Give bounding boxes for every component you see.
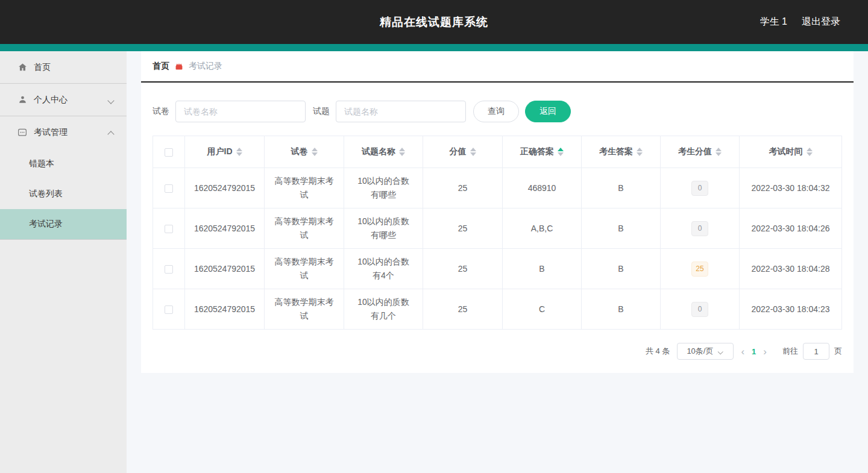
row-checkbox[interactable] [165,184,173,193]
goto-page-input[interactable] [803,343,829,360]
page-size-value: 10条/页 [687,346,713,357]
column-header-correct-answer[interactable]: 正确答案 [503,136,582,168]
row-checkbox[interactable] [165,225,173,233]
cell-paper: 高等数学期末考试 [265,289,344,330]
sidebar-item-exam-records[interactable]: 考试记录 [0,209,127,239]
sort-carets-icon [715,148,722,156]
message-icon [17,127,28,138]
pagination: 共 4 条 10条/页 ‹ 1 › 前往 页 [141,330,854,361]
cell-paper: 高等数学期末考试 [265,208,344,249]
cell-exam-time: 2022-03-30 18:04:23 [740,289,842,330]
app-header: 精品在线试题库系统 学生 1 退出登录 [0,0,868,44]
cell-exam-time: 2022-03-30 18:04:28 [740,249,842,289]
page-size-select[interactable]: 10条/页 [677,343,734,360]
goto-label: 前往 [782,346,798,357]
home-icon [17,62,28,73]
search-button[interactable]: 查询 [473,101,519,122]
breadcrumb: 首页 考试记录 [141,51,854,83]
cell-correct-answer: C [503,289,582,330]
pagination-total: 共 4 条 [646,346,670,357]
student-score-badge: 0 [691,181,708,196]
header-right: 学生 1 退出登录 [760,0,840,44]
select-all-header[interactable] [153,136,185,168]
column-header-student-score[interactable]: 考生分值 [661,136,740,168]
cell-user-id: 1620524792015 [185,208,265,249]
breadcrumb-current: 考试记录 [189,61,222,72]
cell-user-id: 1620524792015 [185,249,265,289]
sort-carets-icon [236,148,242,156]
table-row: 1620524792015 高等数学期末考试 10以内的合数有哪些 25 468… [153,168,842,208]
cell-correct-answer: A,B,C [503,208,582,249]
cell-exam-time: 2022-03-30 18:04:26 [740,208,842,249]
sidebar-subitem-label: 错题本 [29,158,54,169]
sidebar-item-exam-management[interactable]: 考试管理 [0,116,127,149]
student-score-badge: 25 [691,262,708,277]
column-header-student-answer[interactable]: 考生答案 [582,136,661,168]
table-header-row: 用户ID 试卷 试题名称 分值 正确答案 考生答案 考生分值 考试时间 [153,136,842,168]
goto-suffix: 页 [834,346,842,357]
sort-carets-icon [312,148,318,156]
sidebar-item-paper-list[interactable]: 试卷列表 [0,179,127,209]
cell-score: 25 [423,289,503,330]
main-content: 首页 考试记录 试卷 试题 查询 返回 [127,51,868,473]
breadcrumb-home-link[interactable]: 首页 [153,61,169,72]
column-header-question[interactable]: 试题名称 [344,136,423,168]
sidebar-item-home[interactable]: 首页 [0,51,127,84]
cell-user-id: 1620524792015 [185,168,265,208]
red-badge-icon [175,63,183,70]
cell-student-answer: B [582,249,661,289]
cell-exam-time: 2022-03-30 18:04:32 [740,168,842,208]
cell-question: 10以内的质数有几个 [344,289,423,330]
sidebar-item-personal-center[interactable]: 个人中心 [0,84,127,116]
cell-question: 10以内的质数有哪些 [344,208,423,249]
sidebar-subitem-label: 试卷列表 [29,189,63,199]
row-checkbox[interactable] [165,265,173,274]
current-user-label[interactable]: 学生 1 [760,16,787,28]
logout-link[interactable]: 退出登录 [802,16,840,28]
row-checkbox[interactable] [165,305,173,314]
paper-filter-label: 试卷 [153,106,169,117]
sidebar-item-wrong-question-book[interactable]: 错题本 [0,149,127,179]
chevron-up-icon [108,130,115,136]
chevron-down-icon [108,97,115,103]
cell-user-id: 1620524792015 [185,289,265,330]
cell-score: 25 [423,249,503,289]
sort-carets-icon [470,148,476,156]
column-header-exam-time[interactable]: 考试时间 [740,136,842,168]
cell-correct-answer: B [503,249,582,289]
cell-score: 25 [423,168,503,208]
question-name-input[interactable] [336,101,466,122]
table-row: 1620524792015 高等数学期末考试 10以内的质数有几个 25 C B… [153,289,842,330]
cell-paper: 高等数学期末考试 [265,168,344,208]
current-page-number[interactable]: 1 [752,347,756,356]
prev-page-button[interactable]: ‹ [741,346,744,357]
chevron-down-icon [719,349,723,354]
cell-student-answer: B [582,168,661,208]
column-header-user-id[interactable]: 用户ID [185,136,265,168]
sidebar: 首页 个人中心 考试管理 错题本 试卷列表 考试记录 [0,51,127,473]
cell-score: 25 [423,208,503,249]
paper-name-input[interactable] [175,101,306,122]
table-row: 1620524792015 高等数学期末考试 10以内的合数有4个 25 B B… [153,249,842,289]
sidebar-subitem-label: 考试记录 [29,219,63,230]
accent-bar [0,44,868,51]
student-score-badge: 0 [691,302,708,317]
cell-student-answer: B [582,208,661,249]
sidebar-divider [0,239,127,240]
back-button[interactable]: 返回 [525,101,571,122]
select-all-checkbox[interactable] [165,148,173,157]
sort-carets-ascending-icon [558,148,564,156]
column-header-score[interactable]: 分值 [423,136,503,168]
column-header-paper[interactable]: 试卷 [265,136,344,168]
records-table: 用户ID 试卷 试题名称 分值 正确答案 考生答案 考生分值 考试时间 [153,136,842,330]
sidebar-item-label: 首页 [34,62,115,73]
content-card: 首页 考试记录 试卷 试题 查询 返回 [141,51,854,373]
cell-paper: 高等数学期末考试 [265,249,344,289]
user-icon [17,95,28,105]
app-title: 精品在线试题库系统 [380,14,488,30]
cell-question: 10以内的合数有哪些 [344,168,423,208]
next-page-button[interactable]: › [763,346,767,357]
cell-student-answer: B [582,289,661,330]
cell-correct-answer: 468910 [503,168,582,208]
sidebar-item-label: 个人中心 [34,95,108,105]
